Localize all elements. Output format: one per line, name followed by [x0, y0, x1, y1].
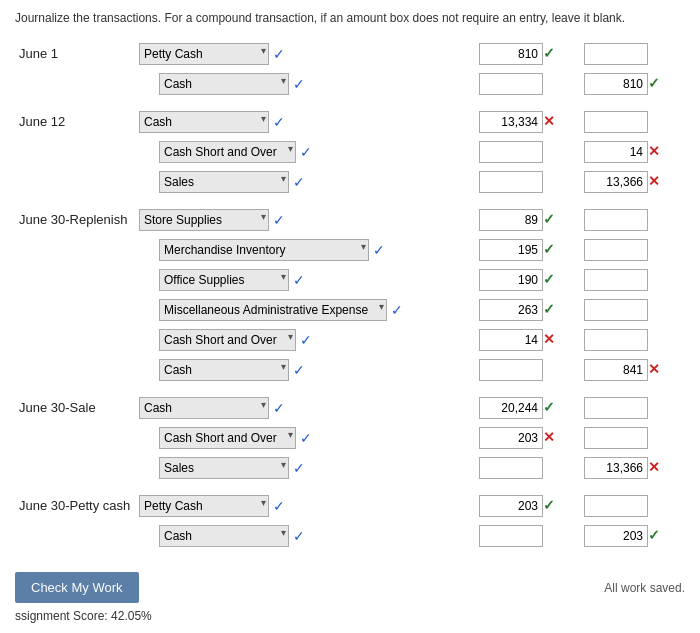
- account-select-2-1[interactable]: Merchandise Inventory: [159, 239, 369, 261]
- account-select-4-0[interactable]: Petty Cash: [139, 495, 269, 517]
- debit-input-2-3[interactable]: [479, 299, 543, 321]
- credit-status-1-2: ✕: [648, 173, 660, 189]
- date-3: June 30-Sale: [15, 393, 135, 423]
- debit-input-3-0[interactable]: [479, 397, 543, 419]
- debit-input-3-2[interactable]: [479, 457, 543, 479]
- account-select-3-0[interactable]: Cash: [139, 397, 269, 419]
- credit-input-3-2[interactable]: [584, 457, 648, 479]
- credit-input-4-0[interactable]: [584, 495, 648, 517]
- account-select-2-5[interactable]: Cash: [159, 359, 289, 381]
- credit-input-2-0[interactable]: [584, 209, 648, 231]
- check-work-button[interactable]: Check My Work: [15, 572, 139, 603]
- account-check-4-1[interactable]: ✓: [293, 528, 305, 544]
- date-2: [15, 355, 135, 385]
- debit-input-2-1[interactable]: [479, 239, 543, 261]
- date-0: [15, 69, 135, 99]
- debit-input-4-0[interactable]: [479, 495, 543, 517]
- account-select-1-2[interactable]: Sales: [159, 171, 289, 193]
- account-cell-4-0: Petty Cash✓: [135, 491, 475, 521]
- credit-input-3-1[interactable]: [584, 427, 648, 449]
- account-check-3-0[interactable]: ✓: [273, 400, 285, 416]
- account-check-0-0[interactable]: ✓: [273, 46, 285, 62]
- account-cell-2-5: Cash✓: [135, 355, 475, 385]
- credit-input-3-0[interactable]: [584, 397, 648, 419]
- credit-input-0-1[interactable]: [584, 73, 648, 95]
- credit-cell-1-0: [580, 107, 685, 137]
- account-select-1-1[interactable]: Cash Short and Over: [159, 141, 296, 163]
- credit-input-1-0[interactable]: [584, 111, 648, 133]
- debit-input-1-0[interactable]: [479, 111, 543, 133]
- account-check-2-2[interactable]: ✓: [293, 272, 305, 288]
- account-select-2-0[interactable]: Store Supplies: [139, 209, 269, 231]
- account-cell-3-0: Cash✓: [135, 393, 475, 423]
- account-select-3-1[interactable]: Cash Short and Over: [159, 427, 296, 449]
- date-2: [15, 235, 135, 265]
- account-check-4-0[interactable]: ✓: [273, 498, 285, 514]
- credit-cell-2-1: [580, 235, 685, 265]
- debit-input-2-2[interactable]: [479, 269, 543, 291]
- debit-input-0-1[interactable]: [479, 73, 543, 95]
- credit-input-1-2[interactable]: [584, 171, 648, 193]
- credit-cell-0-0: [580, 39, 685, 69]
- debit-input-1-1[interactable]: [479, 141, 543, 163]
- credit-input-2-4[interactable]: [584, 329, 648, 351]
- bottom-bar: Check My Work All work saved.: [0, 572, 700, 603]
- account-check-1-2[interactable]: ✓: [293, 174, 305, 190]
- date-1: [15, 137, 135, 167]
- debit-input-2-4[interactable]: [479, 329, 543, 351]
- debit-input-2-5[interactable]: [479, 359, 543, 381]
- account-select-0-1[interactable]: Cash: [159, 73, 289, 95]
- account-cell-3-2: Sales✓: [135, 453, 475, 483]
- credit-status-0-1: ✓: [648, 75, 660, 91]
- credit-status-3-2: ✕: [648, 459, 660, 475]
- debit-input-2-0[interactable]: [479, 209, 543, 231]
- credit-input-1-1[interactable]: [584, 141, 648, 163]
- account-cell-0-1: Cash✓: [135, 69, 475, 99]
- account-check-2-5[interactable]: ✓: [293, 362, 305, 378]
- account-cell-2-1: Merchandise Inventory✓: [135, 235, 475, 265]
- credit-status-4-1: ✓: [648, 527, 660, 543]
- debit-input-1-2[interactable]: [479, 171, 543, 193]
- account-select-2-4[interactable]: Cash Short and Over: [159, 329, 296, 351]
- debit-input-4-1[interactable]: [479, 525, 543, 547]
- date-0: June 1: [15, 39, 135, 69]
- account-select-4-1[interactable]: Cash: [159, 525, 289, 547]
- account-check-2-4[interactable]: ✓: [300, 332, 312, 348]
- account-select-2-3[interactable]: Miscellaneous Administrative Expense: [159, 299, 387, 321]
- date-3: [15, 423, 135, 453]
- account-select-0-0[interactable]: Petty Cash: [139, 43, 269, 65]
- debit-status-2-1: ✓: [543, 241, 555, 257]
- account-check-3-2[interactable]: ✓: [293, 460, 305, 476]
- debit-input-3-1[interactable]: [479, 427, 543, 449]
- credit-input-2-2[interactable]: [584, 269, 648, 291]
- date-4: [15, 521, 135, 551]
- credit-input-4-1[interactable]: [584, 525, 648, 547]
- account-check-0-1[interactable]: ✓: [293, 76, 305, 92]
- debit-input-0-0[interactable]: [479, 43, 543, 65]
- score-text: ssignment Score: 42.05%: [15, 609, 152, 623]
- account-select-1-0[interactable]: Cash: [139, 111, 269, 133]
- credit-input-2-3[interactable]: [584, 299, 648, 321]
- debit-status-3-0: ✓: [543, 399, 555, 415]
- debit-cell-2-2: ✓: [475, 265, 580, 295]
- debit-cell-2-1: ✓: [475, 235, 580, 265]
- credit-input-0-0[interactable]: [584, 43, 648, 65]
- debit-status-2-2: ✓: [543, 271, 555, 287]
- credit-input-2-1[interactable]: [584, 239, 648, 261]
- account-check-2-3[interactable]: ✓: [391, 302, 403, 318]
- account-select-3-2[interactable]: Sales: [159, 457, 289, 479]
- account-select-2-2[interactable]: Office Supplies: [159, 269, 289, 291]
- account-cell-0-0: Petty Cash✓: [135, 39, 475, 69]
- account-check-2-1[interactable]: ✓: [373, 242, 385, 258]
- date-2: [15, 265, 135, 295]
- debit-status-4-0: ✓: [543, 497, 555, 513]
- account-check-3-1[interactable]: ✓: [300, 430, 312, 446]
- account-check-2-0[interactable]: ✓: [273, 212, 285, 228]
- credit-input-2-5[interactable]: [584, 359, 648, 381]
- account-cell-2-3: Miscellaneous Administrative Expense✓: [135, 295, 475, 325]
- account-cell-1-1: Cash Short and Over✓: [135, 137, 475, 167]
- account-check-1-1[interactable]: ✓: [300, 144, 312, 160]
- date-3: [15, 453, 135, 483]
- account-check-1-0[interactable]: ✓: [273, 114, 285, 130]
- date-2: [15, 325, 135, 355]
